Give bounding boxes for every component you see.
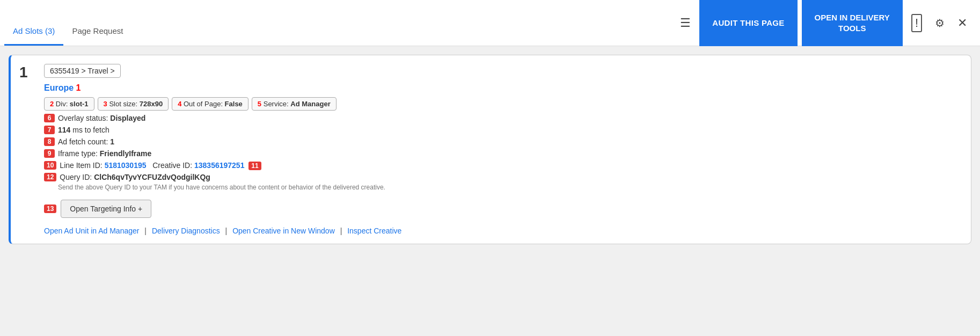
targeting-btn-label: Open Targeting Info + [70, 204, 142, 213]
tab-ad-slots[interactable]: Ad Slots (3) [4, 0, 63, 46]
close-button[interactable]: ✕ [953, 12, 971, 34]
gear-icon: ⚙ [935, 17, 945, 30]
tab-bar: Ad Slots (3) Page Request [4, 0, 671, 46]
open-targeting-info-button[interactable]: Open Targeting Info + [61, 200, 151, 218]
badge-10: 10 [44, 161, 56, 170]
badge-7: 7 [44, 126, 55, 134]
tag-out-of-page-num: 4 [178, 100, 181, 108]
separator-3: | [340, 227, 345, 235]
tag-out-of-page-label: Out of Page: False [184, 100, 243, 108]
slot-title: Europe 1 [44, 83, 81, 92]
line-item-id[interactable]: 5181030195 [105, 161, 147, 170]
footer-links: Open Ad Unit in Ad Manager | Delivery Di… [44, 227, 960, 235]
slot-content: 6355419 > Travel > Europe 1 2 Div: slot-… [44, 64, 960, 235]
close-icon: ✕ [957, 16, 967, 30]
tag-div-label: Div: slot-1 [56, 100, 89, 108]
main-content: 1 6355419 > Travel > Europe 1 2 Div: slo… [0, 46, 980, 253]
open-in-delivery-tools-button[interactable]: OPEN IN DELIVERY TOOLS [802, 0, 903, 46]
creative-id[interactable]: 138356197251 [194, 161, 244, 170]
separator-2: | [225, 227, 230, 235]
feedback-button[interactable]: ! [907, 10, 926, 36]
detail-fetch-count: 8 Ad fetch count: 1 [44, 137, 960, 146]
detail-iframe-type-text: Iframe type: FriendlyIframe [58, 149, 151, 158]
tab-ad-slots-label: Ad Slots (3) [13, 26, 55, 35]
tag-out-of-page: 4 Out of Page: False [172, 97, 248, 111]
detail-fetch-time-text: 114 ms to fetch [58, 126, 109, 134]
tab-page-request-label: Page Request [72, 26, 123, 35]
hamburger-icon: ☰ [680, 16, 691, 30]
detail-iframe-type: 9 Iframe type: FriendlyIframe [44, 149, 960, 158]
delivery-diagnostics-link[interactable]: Delivery Diagnostics [152, 227, 220, 235]
tag-slot-size-num: 3 [104, 100, 107, 108]
detail-query-id-text: Query ID: ClCh6qvTyvYCFUZdvQodgilKQg [60, 173, 210, 181]
settings-button[interactable]: ⚙ [931, 12, 949, 34]
detail-fetch-count-text: Ad fetch count: 1 [58, 137, 114, 146]
creative-label: Creative ID: [152, 161, 194, 170]
slot-title-row: Europe 1 [44, 83, 960, 93]
slot-title-num: 1 [76, 83, 81, 92]
slot-title-text: Europe [44, 83, 74, 92]
header-actions: ☰ AUDIT THIS PAGE OPEN IN DELIVERY TOOLS… [671, 0, 976, 46]
detail-query-id: 12 Query ID: ClCh6qvTyvYCFUZdvQodgilKQg [44, 173, 960, 181]
separator-1: | [144, 227, 149, 235]
breadcrumb: 6355419 > Travel > [44, 64, 121, 78]
badge-12: 12 [44, 173, 56, 181]
tag-slot-size-label: Slot size: 728x90 [109, 100, 163, 108]
tag-service: 5 Service: Ad Manager [252, 97, 337, 111]
badge-13: 13 [44, 204, 56, 213]
detail-line-item-text: Line Item ID: 5181030195 Creative ID: 13… [60, 161, 264, 170]
open-ad-unit-link[interactable]: Open Ad Unit in Ad Manager [44, 227, 139, 235]
tag-service-num: 5 [258, 100, 261, 108]
hamburger-button[interactable]: ☰ [676, 12, 695, 34]
tag-service-label: Service: Ad Manager [264, 100, 331, 108]
feedback-icon: ! [911, 14, 922, 32]
audit-this-page-button[interactable]: AUDIT THIS PAGE [699, 0, 797, 46]
tag-div: 2 Div: slot-1 [44, 97, 94, 111]
slot-number: 1 [19, 64, 28, 81]
targeting-row: 13 Open Targeting Info + [44, 200, 960, 218]
badge-9: 9 [44, 149, 55, 158]
tag-div-num: 2 [50, 100, 54, 108]
query-note: Send the above Query ID to your TAM if y… [58, 184, 960, 191]
delivery-btn-label: OPEN IN DELIVERY TOOLS [815, 13, 890, 33]
ad-slot-card: 1 6355419 > Travel > Europe 1 2 Div: slo… [9, 55, 971, 244]
tag-slot-size: 3 Slot size: 728x90 [98, 97, 169, 111]
header: Ad Slots (3) Page Request ☰ AUDIT THIS P… [0, 0, 980, 46]
info-tags: 2 Div: slot-1 3 Slot size: 728x90 4 Out … [44, 97, 960, 111]
badge-8: 8 [44, 137, 55, 146]
tab-page-request[interactable]: Page Request [63, 0, 131, 46]
detail-fetch-time: 7 114 ms to fetch [44, 126, 960, 134]
breadcrumb-row: 6355419 > Travel > [44, 64, 960, 81]
badge-11: 11 [248, 162, 261, 170]
detail-overlay: 6 Overlay status: Displayed [44, 114, 960, 122]
inspect-creative-link[interactable]: Inspect Creative [347, 227, 401, 235]
detail-overlay-text: Overlay status: Displayed [58, 114, 145, 122]
badge-6: 6 [44, 114, 55, 122]
detail-line-item: 10 Line Item ID: 5181030195 Creative ID:… [44, 161, 960, 170]
open-creative-new-window-link[interactable]: Open Creative in New Window [232, 227, 335, 235]
